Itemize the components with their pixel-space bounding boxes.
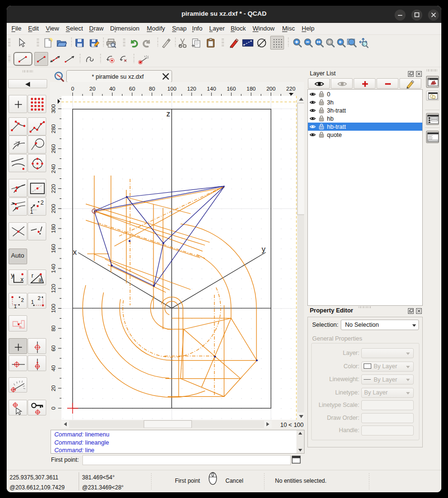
- svg-text:1: 1: [14, 303, 17, 309]
- svg-text:y: y: [262, 245, 265, 253]
- svg-text:200: 200: [266, 86, 275, 92]
- svg-text:y: y: [11, 271, 14, 279]
- svg-text:100: 100: [51, 304, 56, 313]
- svg-text:x: x: [73, 248, 77, 256]
- svg-text:80: 80: [149, 86, 155, 92]
- svg-text:10 < 100: 10 < 100: [280, 422, 304, 428]
- svg-text:140: 140: [207, 86, 216, 92]
- svg-text:2: 2: [38, 295, 41, 301]
- svg-text:180: 180: [246, 86, 255, 92]
- svg-text:140: 140: [51, 264, 56, 273]
- svg-text:100: 100: [167, 86, 176, 92]
- svg-text:160: 160: [51, 244, 56, 253]
- svg-text:* piramide su xz.dxf: * piramide su xz.dxf: [92, 73, 144, 80]
- svg-text:60: 60: [129, 86, 135, 92]
- svg-text:2: 2: [21, 297, 24, 303]
- svg-text:220: 220: [51, 184, 56, 193]
- svg-text:r: r: [31, 272, 33, 279]
- svg-text:40: 40: [51, 365, 56, 372]
- svg-text:160: 160: [227, 86, 236, 92]
- svg-text:200: 200: [51, 204, 56, 213]
- svg-text:0: 0: [71, 86, 74, 92]
- svg-text:x: x: [20, 276, 24, 283]
- svg-text:1: 1: [31, 299, 34, 305]
- svg-text:a: a: [39, 277, 42, 283]
- svg-text:20: 20: [90, 86, 96, 92]
- svg-text:260: 260: [51, 144, 56, 153]
- svg-text:300: 300: [51, 104, 56, 113]
- svg-text:80: 80: [51, 325, 56, 332]
- svg-text:120: 120: [51, 284, 56, 293]
- svg-text:240: 240: [51, 164, 56, 173]
- svg-text:60: 60: [51, 345, 56, 352]
- svg-text:180: 180: [51, 224, 56, 233]
- svg-text:120: 120: [187, 86, 196, 92]
- svg-text:1: 1: [30, 208, 33, 215]
- svg-text:220: 220: [286, 86, 295, 92]
- svg-text:280: 280: [51, 124, 56, 133]
- svg-text:z: z: [166, 110, 170, 118]
- svg-text:40: 40: [109, 86, 115, 92]
- svg-text:0: 0: [51, 407, 56, 410]
- svg-text:2: 2: [41, 199, 44, 206]
- svg-text:20: 20: [51, 385, 56, 392]
